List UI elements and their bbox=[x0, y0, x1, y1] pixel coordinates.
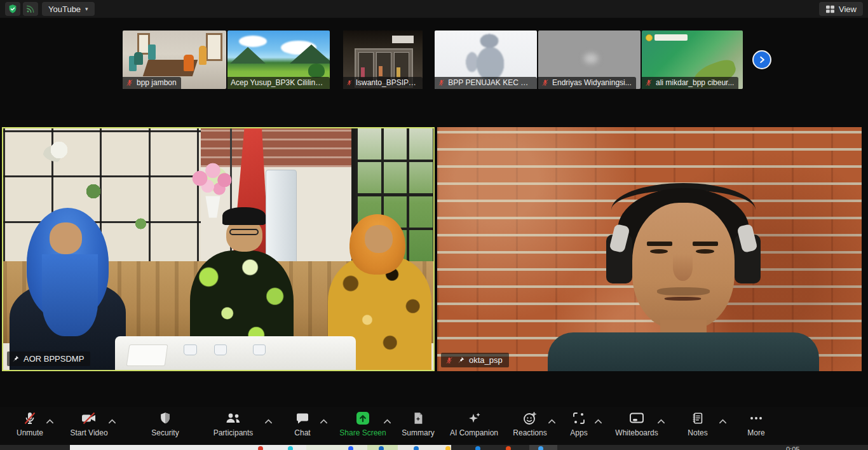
muted-mic-icon bbox=[126, 79, 133, 86]
participant-name-tag: ali mikdar_bpp cibeur... bbox=[642, 77, 738, 89]
taskbar-app-icon[interactable] bbox=[379, 446, 384, 450]
share-screen-button[interactable]: Share Screen bbox=[337, 411, 389, 442]
whiteboards-options-chevron[interactable] bbox=[657, 418, 665, 425]
reactions-button[interactable]: Reactions bbox=[510, 411, 550, 442]
participants-icon bbox=[224, 411, 243, 426]
live-stream-icon bbox=[25, 4, 36, 14]
person-center-cap bbox=[222, 207, 266, 226]
video-name-tag: okta_psp bbox=[441, 353, 509, 367]
gallery-view-icon bbox=[825, 5, 835, 13]
taskbar-app-icon[interactable] bbox=[414, 446, 419, 450]
shield-icon bbox=[158, 411, 172, 426]
video-options-chevron[interactable] bbox=[108, 418, 116, 425]
apps-button[interactable]: Apps bbox=[564, 411, 593, 442]
taskbar-app-icon[interactable] bbox=[258, 446, 263, 450]
participant-name-tag: Acep Yusup_BP3K Cililin_... bbox=[227, 77, 330, 89]
filmstrip-next-page-button[interactable] bbox=[752, 50, 771, 69]
ai-companion-button[interactable]: AI Companion bbox=[445, 411, 503, 442]
whiteboards-button[interactable]: Whiteboards bbox=[611, 411, 662, 442]
reactions-options-chevron[interactable] bbox=[548, 418, 556, 425]
participant-thumbnail[interactable]: Acep Yusup_BP3K Cililin_... bbox=[227, 31, 330, 89]
ai-companion-icon bbox=[466, 411, 482, 426]
chevron-right-icon bbox=[757, 55, 766, 64]
share-screen-icon bbox=[355, 411, 370, 426]
participant-thumbnail[interactable]: ali mikdar_bpp cibeur... bbox=[642, 31, 743, 89]
flower-bouquet bbox=[182, 158, 247, 201]
more-dots-icon bbox=[749, 411, 764, 426]
participant-thumbnail[interactable]: Iswanto_BPSIP Jateng bbox=[343, 31, 423, 89]
share-options-chevron[interactable] bbox=[383, 418, 391, 425]
muted-mic-icon bbox=[22, 411, 37, 426]
chat-options-chevron[interactable] bbox=[320, 418, 328, 425]
view-label: View bbox=[839, 4, 857, 14]
youtube-stream-dropdown[interactable]: YouTube ▾ bbox=[42, 2, 95, 16]
taskbar-app-icon[interactable] bbox=[288, 446, 293, 450]
main-video-okta-psp[interactable]: okta_psp bbox=[437, 127, 862, 371]
shield-check-icon bbox=[8, 4, 18, 14]
person-right-face bbox=[365, 225, 393, 253]
reactions-smiley-icon bbox=[522, 411, 538, 426]
person-center-glasses bbox=[229, 229, 259, 235]
live-stream-button[interactable] bbox=[23, 2, 38, 16]
participant-name-tag: bpp jambon bbox=[123, 77, 181, 89]
muted-mic-icon bbox=[438, 79, 445, 86]
participant-thumbnail[interactable]: bpp jambon bbox=[123, 31, 226, 89]
top-bar: YouTube ▾ View bbox=[0, 0, 868, 18]
participant-thumbnail[interactable]: BPP PENUJAK KEC PR... bbox=[435, 31, 537, 89]
meeting-toolbar: Unmute Start Video Security Participants… bbox=[0, 407, 868, 445]
more-button[interactable]: More bbox=[740, 411, 773, 442]
apps-options-chevron[interactable] bbox=[594, 418, 602, 425]
youtube-label: YouTube bbox=[48, 4, 81, 14]
chat-bubble-icon bbox=[295, 411, 310, 426]
muted-mic-icon bbox=[645, 79, 653, 86]
video-name-tag: AOR BPPSDMP bbox=[7, 351, 90, 366]
summary-button[interactable]: Summary bbox=[397, 411, 440, 442]
notes-icon bbox=[691, 411, 705, 426]
windows-taskbar[interactable]: 0:05 bbox=[0, 445, 868, 450]
participant-name-tag: Endriyas Widyaningsi... bbox=[538, 77, 636, 89]
person-shirt bbox=[548, 332, 820, 371]
participants-options-chevron[interactable] bbox=[264, 418, 273, 425]
whiteboard-icon bbox=[628, 411, 645, 426]
zoom-meeting-window: YouTube ▾ View bpp jambon Acep Yusup_BP bbox=[0, 0, 868, 450]
notes-button[interactable]: Notes bbox=[681, 411, 714, 442]
participant-name-tag: Iswanto_BPSIP Jateng bbox=[343, 77, 423, 89]
camera-off-icon bbox=[81, 411, 97, 426]
pin-icon bbox=[457, 356, 465, 364]
taskbar-app-icon[interactable] bbox=[475, 446, 480, 450]
notes-options-chevron[interactable] bbox=[719, 418, 727, 425]
brick-wall-scene bbox=[437, 127, 862, 371]
taskbar-active-app[interactable] bbox=[529, 445, 557, 450]
muted-mic-icon bbox=[541, 79, 549, 86]
chat-button[interactable]: Chat bbox=[287, 411, 318, 442]
taskbar-app-icon[interactable] bbox=[348, 446, 353, 450]
main-video-aor-bppsdmp[interactable]: AOR BPPSDMP bbox=[2, 127, 435, 371]
apps-icon bbox=[571, 411, 587, 426]
participants-button[interactable]: Participants bbox=[207, 411, 259, 442]
pin-icon bbox=[11, 355, 20, 363]
view-button[interactable]: View bbox=[819, 2, 863, 16]
person-left-face bbox=[50, 222, 82, 254]
taskbar-app-icon[interactable] bbox=[445, 446, 451, 450]
taskbar-app-icon[interactable] bbox=[506, 446, 511, 450]
unmute-button[interactable]: Unmute bbox=[11, 411, 48, 442]
security-shield-button[interactable] bbox=[5, 2, 20, 16]
muted-mic-icon bbox=[346, 79, 353, 86]
participant-name-tag: BPP PENUJAK KEC PR... bbox=[435, 77, 537, 89]
taskbar-clock: 0:05 bbox=[786, 446, 815, 450]
participant-thumbnail[interactable]: Endriyas Widyaningsi... bbox=[538, 31, 641, 89]
security-button[interactable]: Security bbox=[145, 411, 186, 442]
studio-scene bbox=[3, 128, 433, 370]
overlay-logo bbox=[646, 34, 688, 41]
muted-mic-icon bbox=[445, 357, 453, 364]
unmute-options-chevron[interactable] bbox=[46, 418, 54, 425]
start-video-button[interactable]: Start Video bbox=[66, 411, 112, 442]
caret-down-icon: ▾ bbox=[85, 6, 88, 12]
summary-doc-icon bbox=[411, 411, 425, 426]
